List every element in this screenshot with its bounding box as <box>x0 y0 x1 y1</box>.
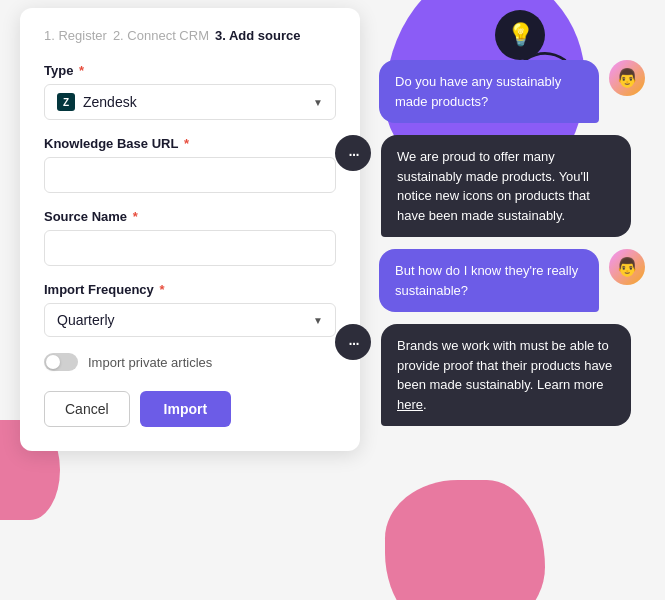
toggle-label: Import private articles <box>88 355 212 370</box>
chat-bubble-bot-2: ··· Brands we work with must be able to … <box>335 324 645 426</box>
form-button-row: Cancel Import <box>44 391 336 427</box>
type-dropdown-arrow: ▼ <box>313 97 323 108</box>
source-name-label: Source Name * <box>44 209 336 224</box>
knowledge-base-url-label: Knowledge Base URL * <box>44 136 336 151</box>
bot-dots-icon-2: ··· <box>348 331 359 354</box>
user-message-2: But how do I know they're really sustain… <box>379 249 599 312</box>
frequency-dropdown-arrow: ▼ <box>313 315 323 326</box>
breadcrumb-step-3: 3. Add source <box>215 28 300 43</box>
bot-message-2-text: Brands we work with must be able to prov… <box>397 338 612 392</box>
type-select[interactable]: Z Zendesk ▼ <box>44 84 336 120</box>
toggle-knob <box>46 355 60 369</box>
cancel-button[interactable]: Cancel <box>44 391 130 427</box>
import-private-toggle[interactable] <box>44 353 78 371</box>
knowledge-base-url-input[interactable] <box>44 157 336 193</box>
zendesk-logo-icon: Z <box>57 93 75 111</box>
lightbulb-icon: 💡 <box>495 10 545 60</box>
type-label: Type * <box>44 63 336 78</box>
bot-message-2-link[interactable]: here <box>397 397 423 412</box>
bot-dots-icon-1: ··· <box>348 142 359 165</box>
knowledge-base-url-group: Knowledge Base URL * <box>44 136 336 193</box>
import-frequency-group: Import Frequency * Quarterly ▼ <box>44 282 336 337</box>
type-value: Zendesk <box>83 94 137 110</box>
chat-container: 👨 Do you have any sustainably made produ… <box>335 60 645 426</box>
frequency-value: Quarterly <box>57 312 115 328</box>
bot-message-2: Brands we work with must be able to prov… <box>381 324 631 426</box>
add-source-form-card: 1. Register 2. Connect CRM 3. Add source… <box>20 8 360 451</box>
bot-avatar-2: ··· <box>335 324 371 360</box>
user-message-1: Do you have any sustainably made product… <box>379 60 599 123</box>
source-name-group: Source Name * <box>44 209 336 266</box>
import-frequency-label: Import Frequency * <box>44 282 336 297</box>
import-private-toggle-row: Import private articles <box>44 353 336 371</box>
breadcrumb-step-2: 2. Connect CRM <box>113 28 209 43</box>
breadcrumb-step-1: 1. Register <box>44 28 107 43</box>
user-avatar-2: 👨 <box>609 249 645 285</box>
chat-bubble-user-1: 👨 Do you have any sustainably made produ… <box>335 60 645 123</box>
source-name-input[interactable] <box>44 230 336 266</box>
type-field-group: Type * Z Zendesk ▼ <box>44 63 336 120</box>
breadcrumb: 1. Register 2. Connect CRM 3. Add source <box>44 28 336 43</box>
import-button[interactable]: Import <box>140 391 232 427</box>
decorative-blob-pink <box>385 480 545 600</box>
bot-message-1: We are proud to offer many sustainably m… <box>381 135 631 237</box>
user-avatar-1: 👨 <box>609 60 645 96</box>
import-frequency-select[interactable]: Quarterly ▼ <box>44 303 336 337</box>
chat-bubble-user-2: 👨 But how do I know they're really susta… <box>335 249 645 312</box>
bot-avatar-1: ··· <box>335 135 371 171</box>
chat-bubble-bot-1: ··· We are proud to offer many sustainab… <box>335 135 645 237</box>
